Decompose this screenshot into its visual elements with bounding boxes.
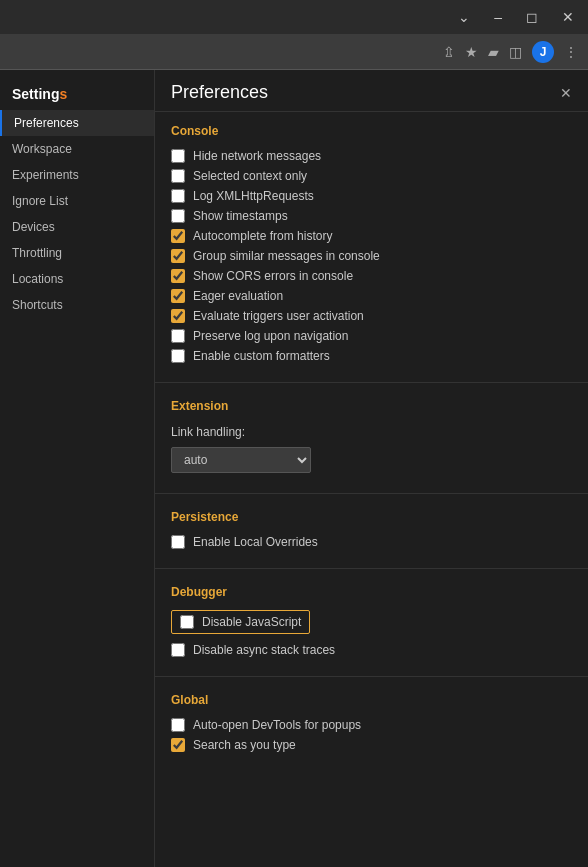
- user-avatar[interactable]: J: [532, 41, 554, 63]
- local-overrides-checkbox[interactable]: [171, 535, 185, 549]
- sidebar: Settings Preferences Workspace Experimen…: [0, 70, 155, 867]
- disable-js-label: Disable JavaScript: [202, 615, 301, 629]
- console-section-title: Console: [171, 124, 572, 138]
- log-xml-label: Log XMLHttpRequests: [193, 189, 314, 203]
- global-section-title: Global: [171, 693, 572, 707]
- checkbox-row-auto-open: Auto-open DevTools for popups: [171, 715, 572, 735]
- preserve-log-checkbox[interactable]: [171, 329, 185, 343]
- main-area: Settings Preferences Workspace Experimen…: [0, 70, 588, 867]
- auto-open-label: Auto-open DevTools for popups: [193, 718, 361, 732]
- hide-network-checkbox[interactable]: [171, 149, 185, 163]
- autocomplete-label: Autocomplete from history: [193, 229, 332, 243]
- selected-context-checkbox[interactable]: [171, 169, 185, 183]
- share-icon[interactable]: ⇫: [443, 44, 455, 60]
- checkbox-row-show-timestamps: Show timestamps: [171, 206, 572, 226]
- more-icon[interactable]: ⋮: [564, 44, 578, 60]
- extension-section-title: Extension: [171, 399, 572, 413]
- panel-close-icon[interactable]: ✕: [560, 85, 572, 101]
- evaluate-triggers-label: Evaluate triggers user activation: [193, 309, 364, 323]
- local-overrides-label: Enable Local Overrides: [193, 535, 318, 549]
- sidebar-title: Settings: [0, 78, 154, 110]
- checkbox-row-search-as-you-type: Search as you type: [171, 735, 572, 755]
- divider-1: [155, 382, 588, 383]
- checkbox-row-cors-errors: Show CORS errors in console: [171, 266, 572, 286]
- link-handling-label: Link handling:: [171, 425, 245, 439]
- close-btn[interactable]: ✕: [556, 7, 580, 27]
- checkbox-row-preserve-log: Preserve log upon navigation: [171, 326, 572, 346]
- checkbox-row-evaluate-triggers: Evaluate triggers user activation: [171, 306, 572, 326]
- persistence-section-title: Persistence: [171, 510, 572, 524]
- panel-header: Preferences ✕: [155, 70, 588, 112]
- checkbox-row-local-overrides: Enable Local Overrides: [171, 532, 572, 552]
- settings-panel: Preferences ✕ Console Hide network messa…: [155, 70, 588, 867]
- disable-async-label: Disable async stack traces: [193, 643, 335, 657]
- star-icon[interactable]: ★: [465, 44, 478, 60]
- log-xml-checkbox[interactable]: [171, 189, 185, 203]
- sidebar-item-workspace[interactable]: Workspace: [0, 136, 154, 162]
- link-handling-row: Link handling:: [171, 421, 572, 443]
- evaluate-triggers-checkbox[interactable]: [171, 309, 185, 323]
- sidebar-item-ignore-list[interactable]: Ignore List: [0, 188, 154, 214]
- hide-network-label: Hide network messages: [193, 149, 321, 163]
- sidebar-item-experiments[interactable]: Experiments: [0, 162, 154, 188]
- preserve-log-label: Preserve log upon navigation: [193, 329, 348, 343]
- search-as-you-type-label: Search as you type: [193, 738, 296, 752]
- autocomplete-checkbox[interactable]: [171, 229, 185, 243]
- group-similar-checkbox[interactable]: [171, 249, 185, 263]
- sidebar-item-preferences[interactable]: Preferences: [0, 110, 154, 136]
- disable-js-highlighted-row: Disable JavaScript: [171, 610, 310, 634]
- search-as-you-type-checkbox[interactable]: [171, 738, 185, 752]
- cors-errors-label: Show CORS errors in console: [193, 269, 353, 283]
- divider-4: [155, 676, 588, 677]
- sidebar-item-shortcuts[interactable]: Shortcuts: [0, 292, 154, 318]
- global-section: Global Auto-open DevTools for popups Sea…: [155, 681, 588, 767]
- title-bar: ⌄ – ◻ ✕: [0, 0, 588, 34]
- link-handling-select[interactable]: auto always never: [171, 447, 311, 473]
- divider-3: [155, 568, 588, 569]
- checkbox-row-custom-formatters: Enable custom formatters: [171, 346, 572, 366]
- divider-2: [155, 493, 588, 494]
- chevron-down-btn[interactable]: ⌄: [452, 7, 476, 27]
- disable-async-checkbox[interactable]: [171, 643, 185, 657]
- checkbox-row-log-xml: Log XMLHttpRequests: [171, 186, 572, 206]
- group-similar-label: Group similar messages in console: [193, 249, 380, 263]
- show-timestamps-checkbox[interactable]: [171, 209, 185, 223]
- minimize-btn[interactable]: –: [488, 7, 508, 27]
- eager-eval-label: Eager evaluation: [193, 289, 283, 303]
- checkbox-row-autocomplete: Autocomplete from history: [171, 226, 572, 246]
- sidebar-icon[interactable]: ◫: [509, 44, 522, 60]
- console-section: Console Hide network messages Selected c…: [155, 112, 588, 378]
- sidebar-item-locations[interactable]: Locations: [0, 266, 154, 292]
- checkbox-row-hide-network: Hide network messages: [171, 146, 572, 166]
- selected-context-label: Selected context only: [193, 169, 307, 183]
- auto-open-checkbox[interactable]: [171, 718, 185, 732]
- extension-icon[interactable]: ▰: [488, 44, 499, 60]
- cors-errors-checkbox[interactable]: [171, 269, 185, 283]
- extension-section: Extension Link handling: auto always nev…: [155, 387, 588, 489]
- maximize-btn[interactable]: ◻: [520, 7, 544, 27]
- sidebar-item-throttling[interactable]: Throttling: [0, 240, 154, 266]
- persistence-section: Persistence Enable Local Overrides: [155, 498, 588, 564]
- checkbox-row-selected-context: Selected context only: [171, 166, 572, 186]
- checkbox-row-eager-eval: Eager evaluation: [171, 286, 572, 306]
- custom-formatters-label: Enable custom formatters: [193, 349, 330, 363]
- sidebar-item-devices[interactable]: Devices: [0, 214, 154, 240]
- debugger-section-title: Debugger: [171, 585, 572, 599]
- custom-formatters-checkbox[interactable]: [171, 349, 185, 363]
- debugger-section: Debugger Disable JavaScript Disable asyn…: [155, 573, 588, 672]
- show-timestamps-label: Show timestamps: [193, 209, 288, 223]
- browser-toolbar: ⇫ ★ ▰ ◫ J ⋮: [0, 34, 588, 70]
- checkbox-row-group-similar: Group similar messages in console: [171, 246, 572, 266]
- panel-title: Preferences: [171, 82, 268, 103]
- checkbox-row-disable-async: Disable async stack traces: [171, 637, 572, 660]
- disable-js-checkbox[interactable]: [180, 615, 194, 629]
- eager-eval-checkbox[interactable]: [171, 289, 185, 303]
